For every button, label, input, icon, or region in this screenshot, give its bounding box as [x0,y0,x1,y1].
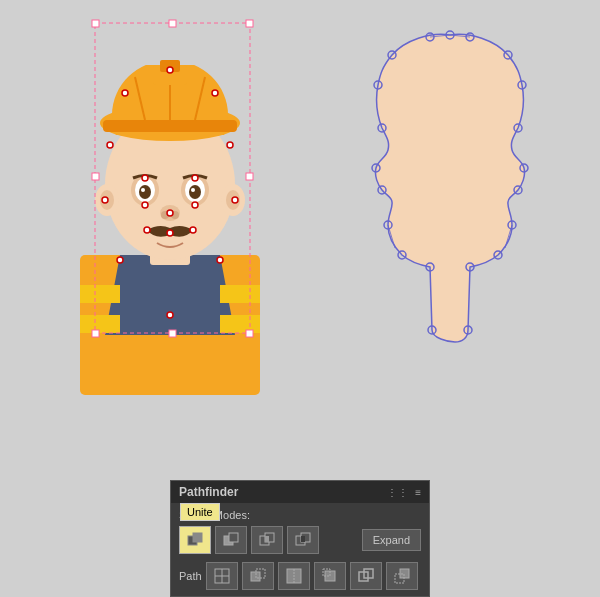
intersect-icon [258,531,276,549]
svg-point-49 [217,257,223,263]
unite-icon [186,531,204,549]
panel-controls: ⋮⋮ ≡ [387,487,421,498]
svg-rect-15 [103,120,237,132]
shape-modes-label: Shape Modes: [179,509,421,521]
silhouette-illustration [350,20,550,400]
svg-point-58 [167,312,173,318]
svg-point-54 [192,202,198,208]
svg-rect-5 [220,315,260,333]
svg-point-24 [141,188,145,192]
svg-point-55 [144,227,150,233]
svg-point-28 [191,188,195,192]
panel-title: Pathfinder [179,485,238,499]
svg-rect-90 [265,536,269,542]
expand-button[interactable]: Expand [362,529,421,551]
pathfinder-panel: Pathfinder ⋮⋮ ≡ Shape Modes: Unite [170,480,430,597]
svg-rect-35 [92,330,99,337]
svg-rect-38 [169,330,176,337]
svg-point-50 [167,230,173,236]
divide-button[interactable] [206,562,238,590]
minus-front-button[interactable] [215,526,247,554]
svg-point-53 [142,202,148,208]
divide-icon [213,567,231,585]
svg-point-51 [142,175,148,181]
svg-point-43 [212,90,218,96]
svg-rect-4 [80,315,120,333]
merge-icon [285,567,303,585]
panel-collapse-icon[interactable]: ⋮⋮ [387,487,409,498]
svg-point-45 [227,142,233,148]
trim-icon [249,567,267,585]
panel-titlebar: Pathfinder ⋮⋮ ≡ [171,481,429,503]
svg-point-48 [117,257,123,263]
exclude-button[interactable] [287,526,319,554]
crop-button[interactable] [314,562,346,590]
left-figure [40,10,300,410]
svg-point-44 [107,142,113,148]
svg-rect-36 [246,330,253,337]
unite-button[interactable]: Unite [179,526,211,554]
intersect-button[interactable] [251,526,283,554]
pathfinders-row: Path [179,562,421,590]
svg-point-47 [232,197,238,203]
worker-illustration [65,15,275,395]
minus-front-icon [222,531,240,549]
panel-menu-icon[interactable]: ≡ [415,487,421,498]
crop-icon [321,567,339,585]
minus-back-icon [393,567,411,585]
svg-point-52 [192,175,198,181]
svg-rect-40 [246,173,253,180]
shape-modes-row: Unite [179,526,421,554]
svg-rect-34 [246,20,253,27]
svg-rect-39 [92,173,99,180]
right-figure [340,10,560,410]
svg-rect-2 [80,285,120,303]
svg-marker-1 [105,255,235,335]
outline-button[interactable] [350,562,382,590]
svg-rect-85 [193,533,202,542]
canvas-area [0,0,600,420]
svg-point-23 [139,185,151,199]
svg-rect-3 [220,285,260,303]
svg-rect-93 [301,536,305,542]
svg-point-41 [167,67,173,73]
svg-point-27 [189,185,201,199]
merge-button[interactable] [278,562,310,590]
svg-rect-37 [169,20,176,27]
svg-point-57 [167,210,173,216]
svg-rect-87 [229,533,238,542]
trim-button[interactable] [242,562,274,590]
minus-back-button[interactable] [386,562,418,590]
svg-point-42 [122,90,128,96]
exclude-icon [294,531,312,549]
panel-body: Shape Modes: Unite [171,503,429,596]
svg-point-56 [190,227,196,233]
svg-point-46 [102,197,108,203]
outline-icon [357,567,375,585]
svg-rect-33 [92,20,99,27]
pathfinders-label: Path [179,570,202,582]
